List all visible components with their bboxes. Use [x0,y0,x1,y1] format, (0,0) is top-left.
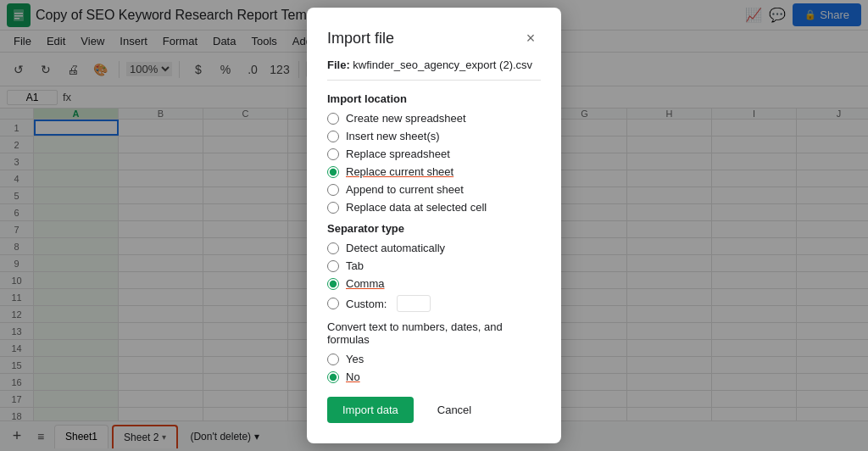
dialog-file-info: File: kwfinder_seo_agency_export (2).csv [327,58,541,81]
option-replace-spreadsheet-label: Replace spreadsheet [346,148,450,160]
option-new-spreadsheet[interactable]: Create new spreadsheet [327,112,541,125]
option-tab[interactable]: Tab [327,259,541,272]
radio-new-spreadsheet[interactable] [327,113,339,125]
radio-replace-at-cell[interactable] [327,202,339,214]
import-location-label: Import location [327,92,541,105]
radio-custom[interactable] [327,298,339,309]
import-data-button[interactable]: Import data [327,397,414,423]
dialog-actions: Import data Cancel [327,397,541,423]
option-replace-current-sheet-label: Replace current sheet [346,165,453,178]
import-dialog: Import file × File: kwfinder_seo_agency_… [307,8,561,443]
option-convert-yes[interactable]: Yes [327,353,541,365]
option-replace-current-sheet[interactable]: Replace current sheet [327,165,541,178]
radio-replace-current-sheet[interactable] [327,166,339,178]
option-convert-no[interactable]: No [327,370,541,383]
option-custom-label: Custom: [346,298,387,310]
radio-replace-spreadsheet[interactable] [327,148,339,160]
radio-append-to-current[interactable] [327,184,339,196]
option-detect-auto[interactable]: Detect automatically [327,242,541,254]
file-label: File: [327,58,350,71]
radio-detect-auto[interactable] [327,242,339,254]
option-new-spreadsheet-label: Create new spreadsheet [346,112,466,125]
separator-type-label: Separator type [327,222,541,235]
custom-separator-input[interactable] [397,295,431,312]
modal-overlay: Import file × File: kwfinder_seo_agency_… [0,0,868,451]
convert-label: Convert text to numbers, dates, and form… [327,320,541,346]
option-replace-at-cell-label: Replace data at selected cell [346,201,487,214]
option-custom[interactable]: Custom: [327,295,541,312]
dialog-close-button[interactable]: × [520,28,541,48]
option-append-to-current-label: Append to current sheet [346,183,464,196]
radio-convert-yes[interactable] [327,354,339,365]
option-replace-spreadsheet[interactable]: Replace spreadsheet [327,148,541,160]
option-convert-yes-label: Yes [346,353,364,365]
option-comma-label: Comma [346,277,385,290]
option-detect-auto-label: Detect automatically [346,242,445,254]
cancel-button[interactable]: Cancel [422,397,487,423]
option-tab-label: Tab [346,259,364,272]
dialog-header: Import file × [327,28,541,48]
radio-convert-no[interactable] [327,371,339,383]
option-convert-no-label: No [346,370,360,383]
option-append-to-current[interactable]: Append to current sheet [327,183,541,196]
dialog-title: Import file [327,30,394,47]
option-comma[interactable]: Comma [327,277,541,290]
radio-tab[interactable] [327,260,339,272]
file-name: kwfinder_seo_agency_export (2).csv [353,58,532,71]
option-insert-sheets[interactable]: Insert new sheet(s) [327,130,541,142]
option-replace-at-cell[interactable]: Replace data at selected cell [327,201,541,214]
option-insert-sheets-label: Insert new sheet(s) [346,130,440,142]
radio-comma[interactable] [327,278,339,290]
radio-insert-sheets[interactable] [327,131,339,142]
